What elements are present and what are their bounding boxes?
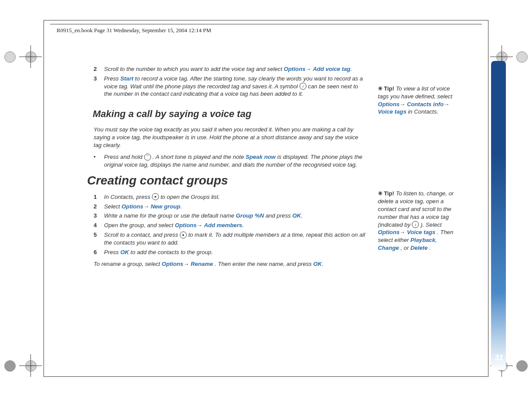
rename-link: Rename	[191, 261, 213, 267]
nav-center-icon: ●	[180, 231, 187, 238]
delete-link: Delete	[411, 245, 428, 251]
options-link: Options	[378, 229, 400, 235]
voice-tag-icon: ♪	[412, 221, 419, 228]
nav-right-icon: ●	[152, 193, 159, 200]
voice-tag-icon: ♪	[300, 83, 306, 90]
group-name-text: Group %N	[236, 212, 264, 219]
text: Scroll to a contact, and press	[104, 231, 180, 238]
step-3: 3 Press Start to record a voice tag. Aft…	[94, 75, 366, 98]
text: , or	[401, 245, 411, 251]
paragraph: You must say the voice tag exactly as yo…	[94, 126, 366, 149]
voice-tags-link: Voice tags	[407, 229, 435, 235]
group-step-1: 1 In Contacts, press ● to open the Group…	[94, 193, 366, 201]
tip-label: Tip!	[384, 190, 394, 197]
tip-1: ✳ Tip! To view a list of voice tags you …	[378, 85, 456, 116]
main-content: 2 Scroll to the number to which you want…	[94, 65, 366, 272]
text: Write a name for the group or use the de…	[104, 212, 236, 219]
group-step-2: 2 Select Options→ New group.	[94, 203, 366, 211]
text: In Contacts, press	[104, 194, 152, 200]
section-label: Contacts (Phonebook)	[504, 70, 515, 167]
rename-paragraph: To rename a group, select Options→ Renam…	[94, 260, 366, 268]
text: to open the Groups list.	[161, 194, 220, 200]
options-link: Options	[175, 222, 197, 228]
text: Scroll to the number to which you want t…	[104, 66, 284, 72]
section-tab	[491, 61, 506, 370]
change-link: Change	[378, 245, 399, 251]
group-step-5: 5 Scroll to a contact, and press ● to ma…	[94, 231, 366, 247]
text: . A short tone is played and the note	[152, 154, 246, 160]
crop-mark-bottom-left	[22, 357, 39, 374]
side-content: ✳ Tip! To view a list of voice tags you …	[378, 85, 456, 256]
options-link: Options	[162, 261, 183, 267]
speak-now-text: Speak now	[246, 154, 276, 160]
add-voice-tag-link: Add voice tag	[313, 66, 350, 72]
page-number: 31	[495, 353, 503, 362]
text: Press	[104, 75, 120, 82]
add-members-link: Add members	[204, 222, 242, 228]
text: in Contacts.	[408, 108, 438, 115]
new-group-link: New group	[151, 203, 180, 210]
print-header: R0915_en.book Page 31 Wednesday, Septemb…	[57, 27, 211, 34]
text: Press	[104, 249, 120, 255]
options-link: Options	[284, 66, 306, 72]
playback-link: Playback	[411, 237, 435, 243]
text: Press and hold	[104, 154, 144, 160]
options-link: Options	[121, 203, 143, 210]
text: to add the contacts to the group.	[131, 249, 213, 255]
contacts-info-link: Contacts info	[407, 101, 444, 107]
ok-link: OK	[293, 212, 301, 219]
tip-icon: ✳	[378, 85, 382, 92]
options-link: Options	[378, 101, 400, 107]
header-rule	[50, 24, 482, 24]
text: Open the group, and select	[104, 222, 175, 228]
heading-making-call: Making a call by saying a voice tag	[93, 107, 366, 121]
tip-icon: ✳	[378, 190, 382, 197]
step-2: 2 Scroll to the number to which you want…	[94, 65, 366, 73]
tip-2: ✳ Tip! To listen to, change, or delete a…	[378, 190, 456, 252]
text: and press	[266, 212, 293, 219]
start-link: Start	[120, 75, 133, 82]
heading-contact-groups: Creating contact groups	[87, 172, 366, 189]
ok-link: OK	[313, 261, 322, 267]
voice-tags-link: Voice tags	[378, 108, 406, 115]
text: To rename a group, select	[94, 261, 162, 267]
text: .	[429, 245, 431, 251]
call-key-icon: ⌒	[144, 154, 151, 161]
text: ). Select	[421, 221, 441, 228]
text: . Then enter the new name, and press	[215, 261, 313, 267]
group-step-6: 6 Press OK to add the contacts to the gr…	[94, 248, 366, 256]
group-step-3: 3 Write a name for the group or use the …	[94, 212, 366, 220]
bullet-item: • Press and hold ⌒ . A short tone is pla…	[94, 153, 366, 169]
group-step-4: 4 Open the group, and select Options→ Ad…	[94, 221, 366, 229]
crop-mark-top-left	[22, 48, 39, 65]
tip-label: Tip!	[384, 85, 394, 92]
ok-link: OK	[120, 249, 129, 255]
text: Select	[104, 203, 121, 210]
